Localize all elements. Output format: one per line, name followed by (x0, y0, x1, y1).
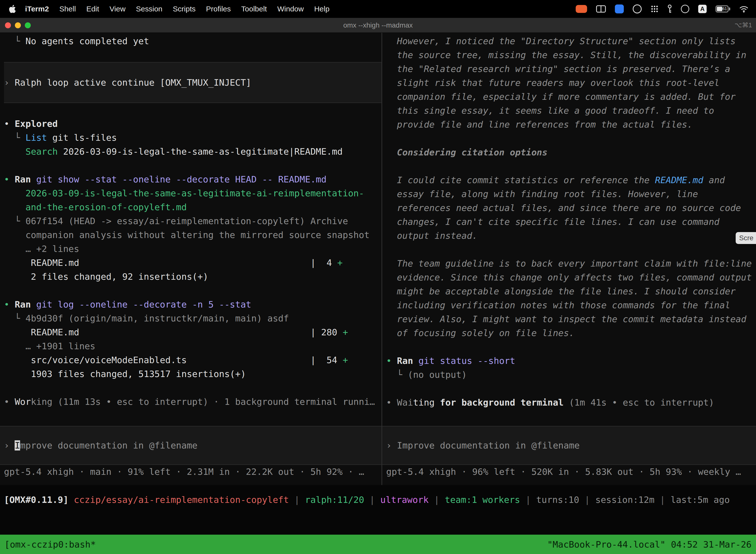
recording-indicator-icon[interactable] (576, 5, 587, 13)
terminal-line: • Ran git log --oneline --decorate -n 5 … (4, 297, 381, 312)
terminal-line: └ No agents completed yet (4, 34, 381, 48)
terminal-line: └ 4b9d30f (origin/main, instructkr/main,… (4, 312, 381, 325)
terminal-line (386, 159, 756, 173)
terminal-line (386, 131, 756, 146)
battery-icon[interactable]: 61 (715, 5, 730, 12)
omx-status-bar: [OMX#0.11.9] cczip/essay/ai-reimplementa… (0, 485, 756, 535)
agents-note: └ No agents completed yet (4, 34, 381, 48)
blue-app-icon[interactable] (615, 4, 624, 13)
circle-app-icon[interactable] (681, 5, 689, 13)
terminal-line (386, 340, 756, 354)
terminal-line: I could cite commit statistics or refere… (386, 173, 756, 187)
terminal-line: output instead. (386, 229, 756, 243)
menu-item-iterm2[interactable]: iTerm2 (20, 5, 54, 13)
terminal-line: src/voice/voiceModeEnabled.ts | 54 + (4, 353, 381, 367)
menu-item-profiles[interactable]: Profiles (201, 5, 236, 13)
window-tiling-icon[interactable] (596, 5, 606, 13)
terminal-line: gpt-5.4 xhigh · 96% left · 520K in · 5.8… (386, 465, 756, 479)
menu-item-toolbelt[interactable]: Toolbelt (236, 5, 272, 13)
terminal-line: … +1901 lines (4, 339, 381, 353)
close-button[interactable] (5, 22, 11, 28)
dots-grid-icon[interactable] (650, 5, 658, 13)
menu-item-shell[interactable]: Shell (54, 5, 81, 13)
terminal-line: essay file, along with finding root file… (386, 187, 756, 201)
terminal-line: gpt-5.4 xhigh · main · 91% left · 2.31M … (4, 465, 381, 479)
tab-shortcut-badge: ⌥⌘1 (735, 21, 756, 29)
battery-nub (729, 7, 730, 10)
screen-sharing-edge-tab[interactable]: Scre (736, 232, 756, 244)
terminal-line: • Waiting for background terminal (1m 41… (386, 396, 756, 409)
terminal-line: references need actual files, and since … (386, 201, 756, 215)
ralph-loop-inject-box: › Ralph loop active continue [OMX_TMUX_I… (4, 62, 381, 103)
terminal-line: 1903 files changed, 513517 insertions(+) (4, 367, 381, 381)
menu-bar: iTerm2ShellEditViewSessionScriptsProfile… (0, 0, 756, 18)
terminal-line: However, I noticed the "Directory Struct… (386, 34, 756, 48)
left-prompt-input[interactable]: › Improve documentation in @filename (0, 426, 381, 465)
terminal-line: • Ran git status --short (386, 354, 756, 368)
right-prompt-input[interactable]: › Improve documentation in @filename (382, 426, 756, 465)
menu-item-help[interactable]: Help (309, 5, 335, 13)
terminal-line: slight risk that future readers may over… (386, 76, 756, 90)
menu-item-window[interactable]: Window (272, 5, 309, 13)
terminal-line (4, 159, 381, 172)
right-terminal-pane[interactable]: However, I noticed the "Directory Struct… (382, 33, 756, 485)
wifi-icon[interactable] (739, 5, 749, 13)
desktop: iTerm2ShellEditViewSessionScriptsProfile… (0, 0, 756, 554)
menu-item-view[interactable]: View (105, 5, 131, 13)
terminal-line: might be acceptable alongside the file l… (386, 284, 756, 298)
terminal-line: including verification notes with those … (386, 298, 756, 312)
window-title: omx --xhigh --madmax (0, 21, 756, 29)
terminal-line: of focusing solely on file lines. (386, 326, 756, 340)
minimize-button[interactable] (15, 22, 21, 28)
tmux-session-window-label: [omx-cczip0:bash* (4, 539, 96, 550)
window-controls (0, 22, 31, 28)
menu-item-edit[interactable]: Edit (81, 5, 105, 13)
terminal-line: review. Also, I might want to inspect th… (386, 312, 756, 326)
terminal-line: … +2 lines (4, 242, 381, 256)
terminal-line (4, 284, 381, 297)
terminal-line: the "Related research writing" section i… (386, 62, 756, 76)
terminal-line: evidence. Since this change only affects… (386, 271, 756, 284)
left-transcript: • Explored └ List git ls-files Search 20… (4, 117, 381, 409)
menu-item-session[interactable]: Session (131, 5, 168, 13)
terminal-line: README.md | 4 + (4, 256, 381, 270)
right-transcript: However, I noticed the "Directory Struct… (386, 34, 756, 409)
terminal-line: 2026-03-09-is-legal-the-same-as-legitima… (4, 186, 381, 200)
apple-logo-icon (9, 4, 16, 13)
terminal-line: Considering citation options (386, 146, 756, 159)
terminal-line: › Ralph loop active continue [OMX_TMUX_I… (4, 76, 381, 90)
terminal-line: └ 067f154 (HEAD -> essay/ai-reimplementa… (4, 214, 381, 228)
terminal-line: › Improve documentation in @filename (4, 439, 381, 452)
terminal-line (386, 382, 756, 396)
terminal-line: └ (no output) (386, 368, 756, 382)
terminal-line (386, 243, 756, 257)
battery-percent: 61 (722, 6, 727, 12)
zoom-button[interactable] (25, 22, 31, 28)
window-title-bar[interactable]: omx --xhigh --madmax ⌥⌘1 (0, 18, 756, 33)
apple-menu[interactable] (9, 4, 16, 13)
key-icon[interactable] (668, 4, 672, 13)
terminal-panes: └ No agents completed yet › Ralph loop a… (0, 33, 756, 485)
terminal-line: The team guideline is to back every impo… (386, 257, 756, 271)
terminal-line: this single essay, it seems like a good … (386, 104, 756, 118)
screen-sharing-edge-tab-label: Scre (739, 234, 754, 242)
tmux-status-bar: [omx-cczip0:bash* "MacBook-Pro-44.local"… (0, 535, 756, 554)
battery-fill (717, 7, 722, 11)
terminal-line: README.md | 280 + (4, 325, 381, 339)
terminal-line: the source tree, missing the essay. Stil… (386, 48, 756, 62)
terminal-line: 2 files changed, 92 insertions(+) (4, 270, 381, 284)
tmux-hostname-clock: "MacBook-Pro-44.local" 04:52 31-Mar-26 (547, 539, 752, 550)
menu-item-scripts[interactable]: Scripts (168, 5, 201, 13)
left-terminal-pane[interactable]: └ No agents completed yet › Ralph loop a… (0, 33, 381, 485)
terminal-line: [OMX#0.11.9] cczip/essay/ai-reimplementa… (4, 493, 756, 507)
right-pane-output: However, I noticed the "Directory Struct… (386, 34, 756, 426)
terminal-line: changes, I can't cite specific file line… (386, 215, 756, 229)
terminal-line: Search 2026-03-09-is-legal-the-same-as-l… (4, 145, 381, 159)
terminal-line: companion file, especially if more comme… (386, 90, 756, 104)
terminal-line: • Ran git show --stat --oneline --decora… (4, 172, 381, 186)
terminal-line: • Explored (4, 117, 381, 131)
input-source-icon[interactable]: A (698, 5, 707, 13)
menu-bar-status-icons: A 61 (576, 4, 749, 13)
terminal-line (4, 381, 381, 395)
dark-app-icon[interactable] (633, 4, 642, 13)
